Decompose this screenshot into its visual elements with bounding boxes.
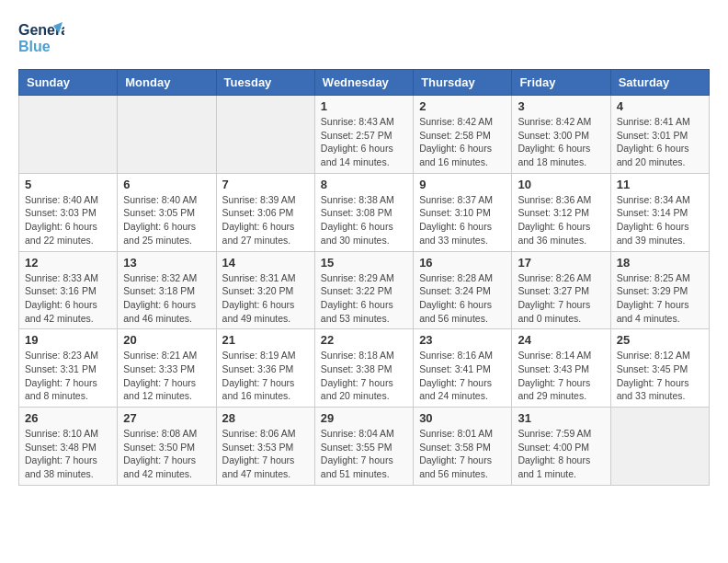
day-number: 15 [321,256,407,270]
calendar-cell: 18Sunrise: 8:25 AM Sunset: 3:29 PM Dayli… [610,251,709,329]
day-number: 4 [617,99,703,113]
calendar-cell: 10Sunrise: 8:36 AM Sunset: 3:12 PM Dayli… [512,173,610,251]
day-number: 30 [419,411,506,425]
day-info: Sunrise: 8:43 AM Sunset: 2:57 PM Dayligh… [321,115,407,169]
day-info: Sunrise: 8:31 AM Sunset: 3:20 PM Dayligh… [222,271,309,326]
calendar-cell: 24Sunrise: 8:14 AM Sunset: 3:43 PM Dayli… [512,329,610,408]
day-info: Sunrise: 8:42 AM Sunset: 3:00 PM Dayligh… [518,115,604,169]
day-info: Sunrise: 8:16 AM Sunset: 3:41 PM Dayligh… [419,349,506,403]
day-info: Sunrise: 8:32 AM Sunset: 3:18 PM Dayligh… [123,271,210,326]
day-info: Sunrise: 8:38 AM Sunset: 3:08 PM Dayligh… [321,193,407,247]
day-number: 31 [518,411,604,425]
calendar-cell: 3Sunrise: 8:42 AM Sunset: 3:00 PM Daylig… [512,96,610,174]
day-info: Sunrise: 8:23 AM Sunset: 3:31 PM Dayligh… [25,349,111,403]
calendar-cell: 9Sunrise: 8:37 AM Sunset: 3:10 PM Daylig… [414,173,512,251]
header-wednesday: Wednesday [314,70,413,96]
week-row-3: 12Sunrise: 8:33 AM Sunset: 3:16 PM Dayli… [19,251,710,329]
calendar-cell: 1Sunrise: 8:43 AM Sunset: 2:57 PM Daylig… [314,96,413,174]
header: General Blue [18,18,710,60]
day-info: Sunrise: 8:33 AM Sunset: 3:16 PM Dayligh… [25,271,111,326]
day-info: Sunrise: 8:14 AM Sunset: 3:43 PM Dayligh… [518,349,604,403]
day-number: 5 [25,178,111,191]
header-sunday: Sunday [19,70,118,96]
calendar-cell: 4Sunrise: 8:41 AM Sunset: 3:01 PM Daylig… [610,96,709,174]
calendar-cell: 19Sunrise: 8:23 AM Sunset: 3:31 PM Dayli… [19,329,118,408]
day-number: 18 [617,256,703,270]
day-number: 23 [419,333,506,347]
day-number: 14 [222,256,309,270]
day-info: Sunrise: 8:39 AM Sunset: 3:06 PM Dayligh… [222,193,309,247]
day-info: Sunrise: 8:06 AM Sunset: 3:53 PM Dayligh… [222,427,309,481]
day-info: Sunrise: 8:41 AM Sunset: 3:01 PM Dayligh… [617,115,703,169]
day-number: 8 [321,178,407,191]
calendar-cell: 7Sunrise: 8:39 AM Sunset: 3:06 PM Daylig… [216,173,314,251]
day-number: 22 [321,333,407,347]
calendar-table: SundayMondayTuesdayWednesdayThursdayFrid… [18,69,710,486]
day-info: Sunrise: 8:19 AM Sunset: 3:36 PM Dayligh… [222,349,309,403]
calendar-cell: 30Sunrise: 8:01 AM Sunset: 3:58 PM Dayli… [414,408,512,486]
day-number: 16 [419,256,506,270]
calendar-cell: 23Sunrise: 8:16 AM Sunset: 3:41 PM Dayli… [414,329,512,408]
header-thursday: Thursday [414,70,512,96]
day-info: Sunrise: 8:29 AM Sunset: 3:22 PM Dayligh… [321,271,407,326]
day-info: Sunrise: 8:10 AM Sunset: 3:48 PM Dayligh… [25,427,111,481]
calendar-cell: 26Sunrise: 8:10 AM Sunset: 3:48 PM Dayli… [19,408,118,486]
day-number: 9 [419,178,506,191]
calendar-cell [216,96,314,174]
week-row-2: 5Sunrise: 8:40 AM Sunset: 3:03 PM Daylig… [19,173,710,251]
day-info: Sunrise: 8:08 AM Sunset: 3:50 PM Dayligh… [123,427,210,481]
day-info: Sunrise: 8:42 AM Sunset: 2:58 PM Dayligh… [419,115,506,169]
calendar-cell: 2Sunrise: 8:42 AM Sunset: 2:58 PM Daylig… [414,96,512,174]
day-number: 26 [25,411,111,425]
day-number: 19 [25,333,111,347]
day-info: Sunrise: 7:59 AM Sunset: 4:00 PM Dayligh… [518,427,604,481]
calendar-cell: 6Sunrise: 8:40 AM Sunset: 3:05 PM Daylig… [118,173,216,251]
calendar-cell: 21Sunrise: 8:19 AM Sunset: 3:36 PM Dayli… [216,329,314,408]
day-info: Sunrise: 8:40 AM Sunset: 3:05 PM Dayligh… [123,193,210,247]
day-info: Sunrise: 8:21 AM Sunset: 3:33 PM Dayligh… [123,349,210,403]
day-info: Sunrise: 8:26 AM Sunset: 3:27 PM Dayligh… [518,271,604,326]
day-number: 24 [518,333,604,347]
calendar-cell: 27Sunrise: 8:08 AM Sunset: 3:50 PM Dayli… [118,408,216,486]
day-number: 1 [321,99,407,113]
day-number: 27 [123,411,210,425]
day-number: 6 [123,178,210,191]
day-number: 2 [419,99,506,113]
day-info: Sunrise: 8:12 AM Sunset: 3:45 PM Dayligh… [617,349,703,403]
calendar-cell: 20Sunrise: 8:21 AM Sunset: 3:33 PM Dayli… [118,329,216,408]
day-info: Sunrise: 8:25 AM Sunset: 3:29 PM Dayligh… [617,271,703,326]
logo: General Blue [18,18,64,60]
day-info: Sunrise: 8:36 AM Sunset: 3:12 PM Dayligh… [518,193,604,247]
calendar-cell [19,96,118,174]
calendar-cell: 22Sunrise: 8:18 AM Sunset: 3:38 PM Dayli… [314,329,413,408]
day-info: Sunrise: 8:40 AM Sunset: 3:03 PM Dayligh… [25,193,111,247]
day-number: 21 [222,333,309,347]
day-info: Sunrise: 8:37 AM Sunset: 3:10 PM Dayligh… [419,193,506,247]
day-info: Sunrise: 8:01 AM Sunset: 3:58 PM Dayligh… [419,427,506,481]
day-number: 28 [222,411,309,425]
week-row-1: 1Sunrise: 8:43 AM Sunset: 2:57 PM Daylig… [19,96,710,174]
day-number: 10 [518,178,604,191]
calendar-cell [118,96,216,174]
header-row: SundayMondayTuesdayWednesdayThursdayFrid… [19,70,710,96]
day-number: 3 [518,99,604,113]
calendar-cell: 8Sunrise: 8:38 AM Sunset: 3:08 PM Daylig… [314,173,413,251]
header-friday: Friday [512,70,610,96]
day-info: Sunrise: 8:18 AM Sunset: 3:38 PM Dayligh… [321,349,407,403]
calendar-cell: 29Sunrise: 8:04 AM Sunset: 3:55 PM Dayli… [314,408,413,486]
calendar-cell: 14Sunrise: 8:31 AM Sunset: 3:20 PM Dayli… [216,251,314,329]
calendar-cell: 13Sunrise: 8:32 AM Sunset: 3:18 PM Dayli… [118,251,216,329]
header-monday: Monday [118,70,216,96]
header-saturday: Saturday [610,70,709,96]
day-number: 7 [222,178,309,191]
calendar-cell: 17Sunrise: 8:26 AM Sunset: 3:27 PM Dayli… [512,251,610,329]
day-number: 11 [617,178,703,191]
svg-text:Blue: Blue [18,39,51,54]
logo-icon: General Blue [18,18,64,60]
header-tuesday: Tuesday [216,70,314,96]
day-info: Sunrise: 8:04 AM Sunset: 3:55 PM Dayligh… [321,427,407,481]
day-number: 17 [518,256,604,270]
day-info: Sunrise: 8:28 AM Sunset: 3:24 PM Dayligh… [419,271,506,326]
calendar-cell: 12Sunrise: 8:33 AM Sunset: 3:16 PM Dayli… [19,251,118,329]
day-info: Sunrise: 8:34 AM Sunset: 3:14 PM Dayligh… [617,193,703,247]
